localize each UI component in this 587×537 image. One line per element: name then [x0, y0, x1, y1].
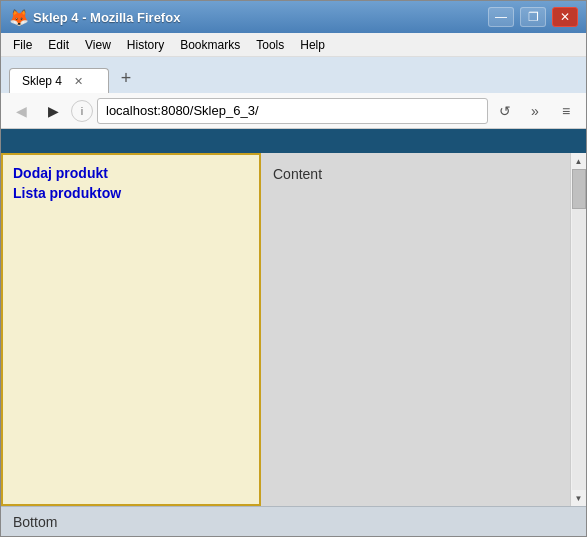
- new-tab-button[interactable]: +: [113, 65, 139, 91]
- site-header: [1, 129, 586, 153]
- menu-edit[interactable]: Edit: [40, 36, 77, 54]
- url-text: localhost:8080/Sklep_6_3/: [106, 103, 259, 118]
- restore-button[interactable]: ❐: [520, 7, 546, 27]
- refresh-button[interactable]: ↺: [492, 98, 518, 124]
- scrollbar-thumb[interactable]: [572, 169, 586, 209]
- hamburger-menu-button[interactable]: ≡: [552, 98, 580, 124]
- page-area: Dodaj produkt Lista produktow Content ▲ …: [1, 129, 586, 536]
- footer-label: Bottom: [13, 514, 57, 530]
- address-bar: ◀ ▶ i localhost:8080/Sklep_6_3/ ↺ » ≡: [1, 93, 586, 129]
- browser-window: 🦊 Sklep 4 - Mozilla Firefox — ❐ ✕ File E…: [0, 0, 587, 537]
- scrollbar-track[interactable]: [572, 169, 586, 490]
- url-bar[interactable]: localhost:8080/Sklep_6_3/: [97, 98, 488, 124]
- minimize-button[interactable]: —: [488, 7, 514, 27]
- menu-help[interactable]: Help: [292, 36, 333, 54]
- menu-bar: File Edit View History Bookmarks Tools H…: [1, 33, 586, 57]
- firefox-icon: 🦊: [9, 8, 27, 26]
- title-bar: 🦊 Sklep 4 - Mozilla Firefox — ❐ ✕: [1, 1, 586, 33]
- menu-history[interactable]: History: [119, 36, 172, 54]
- tab-bar: Sklep 4 ✕ +: [1, 57, 586, 93]
- scroll-down-button[interactable]: ▼: [571, 490, 587, 506]
- menu-bookmarks[interactable]: Bookmarks: [172, 36, 248, 54]
- site-content: Dodaj produkt Lista produktow Content: [1, 153, 570, 506]
- list-products-link[interactable]: Lista produktow: [13, 185, 249, 201]
- add-product-link[interactable]: Dodaj produkt: [13, 165, 249, 181]
- content-area: Content: [261, 153, 570, 506]
- site-footer: Bottom: [1, 506, 586, 536]
- window-title: Sklep 4 - Mozilla Firefox: [33, 10, 482, 25]
- forward-button[interactable]: ▶: [39, 98, 67, 124]
- tab-sklep4[interactable]: Sklep 4 ✕: [9, 68, 109, 93]
- info-button[interactable]: i: [71, 100, 93, 122]
- scrollbar: ▲ ▼: [570, 153, 586, 506]
- tab-label: Sklep 4: [22, 74, 62, 88]
- sidebar: Dodaj produkt Lista produktow: [1, 153, 261, 506]
- menu-tools[interactable]: Tools: [248, 36, 292, 54]
- scroll-up-button[interactable]: ▲: [571, 153, 587, 169]
- close-button[interactable]: ✕: [552, 7, 578, 27]
- menu-file[interactable]: File: [5, 36, 40, 54]
- menu-view[interactable]: View: [77, 36, 119, 54]
- content-label: Content: [273, 166, 322, 182]
- more-button[interactable]: »: [522, 98, 548, 124]
- back-button[interactable]: ◀: [7, 98, 35, 124]
- tab-close-button[interactable]: ✕: [70, 73, 86, 89]
